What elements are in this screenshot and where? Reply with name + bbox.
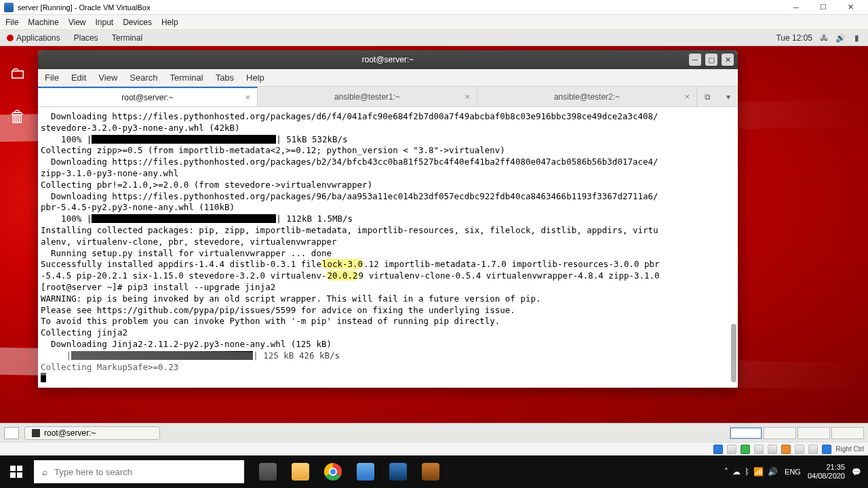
tab-menu-icon[interactable]: ▾ [726, 92, 730, 102]
vbox-hdd-icon[interactable] [713, 445, 723, 454]
vbox-network-icon[interactable] [741, 445, 750, 454]
vbox-minimize-button[interactable]: ─ [783, 0, 810, 15]
terminal-icon [32, 429, 40, 437]
terminal-titlebar[interactable]: root@server:~ ─ ▢ ✕ [38, 50, 738, 69]
workspace-1[interactable] [730, 427, 762, 439]
terminal-menubar: File Edit View Search Terminal Tabs Help [38, 69, 738, 87]
task-view-button[interactable] [252, 455, 283, 488]
vbox-shared-icon[interactable] [768, 445, 777, 454]
gnome-top-panel: Applications Places Terminal Tue 12:05 🖧… [0, 30, 868, 46]
vbox-menu-view[interactable]: View [68, 18, 86, 27]
workspace-pager[interactable] [730, 427, 864, 439]
home-folder-icon[interactable]: 🗀 [4, 60, 31, 87]
terminal-cursor [41, 373, 46, 382]
terminal-scrollbar[interactable] [731, 324, 736, 382]
progress-bar [92, 214, 276, 223]
vbox-recording-icon[interactable] [795, 445, 804, 454]
panel-clock[interactable]: Tue 12:05 [776, 33, 812, 43]
gnome-bottom-panel: root@server:~ [0, 423, 868, 442]
progress-bar [92, 135, 276, 144]
vbox-titlebar: server [Running] - Oracle VM VirtualBox … [0, 0, 868, 15]
taskbar-app1[interactable] [350, 455, 381, 488]
tab-ansible-tester1[interactable]: ansible@tester1:~× [258, 87, 477, 106]
desktop-icons: 🗀 🗑 [4, 60, 31, 130]
tray-chevron-up-icon[interactable]: ˄ [724, 467, 728, 476]
vbox-mouse-icon[interactable] [822, 445, 831, 454]
network-icon[interactable]: 🖧 [819, 33, 829, 43]
vbox-title: server [Running] - Oracle VM VirtualBox [18, 3, 150, 12]
term-menu-view[interactable]: View [98, 73, 117, 83]
vbox-cpu-icon[interactable] [808, 445, 818, 454]
vbox-menu-devices[interactable]: Devices [123, 18, 152, 27]
panel-places[interactable]: Places [74, 33, 98, 43]
terminal-tabs: root@server:~× ansible@tester1:~× ansibl… [38, 87, 738, 107]
tray-clock[interactable]: 21:35 04/08/2020 [808, 463, 845, 481]
tab-label: ansible@tester2:~ [554, 92, 620, 102]
tray-wifi-icon[interactable]: 📶 [753, 467, 764, 476]
desktop: 🗀 🗑 root@server:~ ─ ▢ ✕ File Edit View S… [0, 46, 868, 423]
terminal-output[interactable]: Downloading https://files.pythonhosted.o… [38, 107, 738, 388]
vbox-hostkey-label: Right Ctrl [835, 445, 864, 453]
vbox-cd-icon[interactable] [727, 445, 736, 454]
terminal-maximize-button[interactable]: ▢ [705, 54, 717, 66]
taskbar-explorer[interactable] [285, 455, 316, 488]
tab-label: root@server:~ [121, 93, 174, 102]
tray-bluetooth-icon[interactable]: ᛒ [745, 467, 749, 476]
term-menu-search[interactable]: Search [130, 73, 157, 83]
vbox-menu-machine[interactable]: Machine [28, 18, 58, 27]
tab-label: ansible@tester1:~ [334, 92, 400, 102]
highlight: lock-3.0 [321, 259, 363, 269]
tab-close-icon[interactable]: × [465, 92, 470, 102]
term-menu-tabs[interactable]: Tabs [216, 73, 234, 83]
terminal-minimize-button[interactable]: ─ [689, 54, 701, 66]
search-icon: ⌕ [42, 466, 47, 477]
tray-cloud-icon[interactable]: ☁ [732, 467, 741, 476]
vbox-statusbar: Right Ctrl [0, 442, 868, 455]
term-menu-help[interactable]: Help [246, 73, 264, 83]
taskbar-chrome[interactable] [317, 455, 349, 488]
new-tab-icon[interactable]: ⧉ [705, 92, 711, 102]
vbox-close-button[interactable]: ✕ [837, 0, 864, 15]
term-menu-terminal[interactable]: Terminal [170, 73, 203, 83]
volume-icon[interactable]: 🔊 [835, 33, 845, 43]
term-menu-edit[interactable]: Edit [71, 73, 86, 83]
tray-date: 04/08/2020 [808, 472, 845, 481]
taskbar-app2[interactable] [415, 455, 446, 488]
vbox-maximize-button[interactable]: ☐ [810, 0, 837, 15]
terminal-window: root@server:~ ─ ▢ ✕ File Edit View Searc… [38, 50, 738, 388]
tab-close-icon[interactable]: × [684, 92, 690, 102]
windows-taskbar: ⌕ Type here to search ˄ ☁ ᛒ 📶 🔊 ENG 21:3… [0, 455, 868, 488]
vbox-app-icon [4, 3, 14, 12]
system-tray[interactable]: ˄ ☁ ᛒ 📶 🔊 [724, 467, 778, 476]
tray-language[interactable]: ENG [785, 468, 801, 476]
workspace-4[interactable] [831, 427, 864, 439]
taskbar-item-terminal[interactable]: root@server:~ [24, 426, 160, 440]
taskbar-item-label: root@server:~ [44, 428, 96, 438]
workspace-2[interactable] [764, 427, 796, 439]
vbox-menu-file[interactable]: File [5, 18, 18, 27]
panel-applications[interactable]: Applications [16, 33, 60, 43]
workspace-3[interactable] [797, 427, 830, 439]
tab-ansible-tester2[interactable]: ansible@tester2:~× [477, 87, 697, 106]
panel-terminal[interactable]: Terminal [112, 33, 142, 43]
vbox-menu-help[interactable]: Help [161, 18, 178, 27]
windows-logo-icon [10, 466, 22, 478]
search-input[interactable]: ⌕ Type here to search [34, 460, 244, 483]
tab-close-icon[interactable]: × [245, 92, 250, 102]
show-desktop-button[interactable] [4, 427, 19, 439]
highlight: 20.0.2 [326, 270, 358, 281]
distro-icon [7, 35, 14, 41]
search-placeholder: Type here to search [54, 467, 132, 477]
vbox-menu-input[interactable]: Input [96, 18, 114, 27]
vbox-usb-icon[interactable] [754, 445, 764, 454]
tray-notifications-icon[interactable]: 💬 [852, 468, 861, 476]
trash-icon[interactable]: 🗑 [4, 103, 31, 130]
tray-volume-icon[interactable]: 🔊 [768, 467, 778, 476]
term-menu-file[interactable]: File [45, 73, 59, 83]
tab-root-server[interactable]: root@server:~× [38, 87, 258, 106]
vbox-display-icon[interactable] [781, 445, 791, 454]
terminal-close-button[interactable]: ✕ [722, 54, 734, 66]
battery-icon[interactable]: ▮ [852, 33, 861, 43]
taskbar-virtualbox[interactable] [382, 455, 414, 488]
start-button[interactable] [0, 455, 33, 488]
